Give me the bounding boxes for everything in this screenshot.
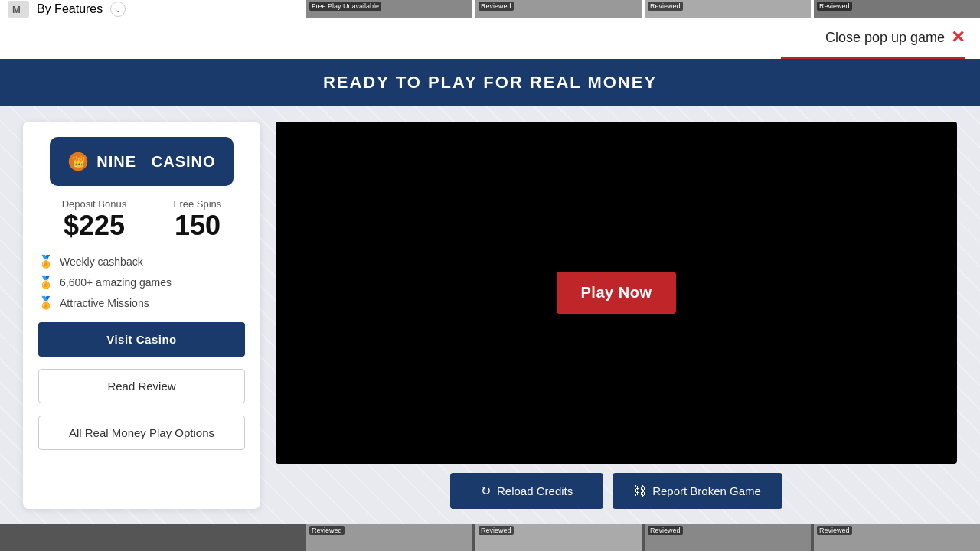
bottom-badge-0: Reviewed: [309, 526, 345, 535]
card-badge-1: Reviewed: [479, 2, 514, 11]
game-actions: ↻ Reload Credits ⛓ Report Broken Game: [276, 473, 957, 509]
free-spins-label: Free Spins: [173, 198, 221, 210]
bg-card-3: Reviewed: [814, 0, 980, 18]
game-area: Play Now ↻ Reload Credits ⛓ Report Broke…: [276, 122, 957, 509]
bg-card-0: Free Play Unavailable: [306, 0, 472, 18]
feature-label-0: Weekly cashback: [60, 256, 143, 268]
feature-label-2: Attractive Missions: [60, 297, 149, 309]
all-options-button[interactable]: All Real Money Play Options: [38, 416, 245, 450]
card-badge-3: Reviewed: [817, 2, 852, 11]
reload-icon: ↻: [481, 484, 491, 498]
svg-text:M: M: [12, 4, 21, 15]
main-content: 👑 NINE CASINO Deposit Bonus $225 Free Sp…: [0, 106, 980, 524]
casino-logo: 👑 NINE CASINO: [50, 137, 234, 186]
bg-bottom-card-1: Reviewed: [475, 524, 642, 551]
deposit-bonus-label: Deposit Bonus: [62, 198, 127, 210]
bottom-badge-3: Reviewed: [817, 526, 852, 535]
feature-icon-2: 🏅: [38, 295, 54, 310]
close-bar: Close pop up game ✕: [0, 18, 980, 57]
reload-label: Reload Credits: [497, 484, 573, 497]
feature-icon-1: 🏅: [38, 275, 54, 289]
feature-icon-0: 🏅: [38, 254, 54, 269]
m-icon: M: [8, 1, 29, 18]
card-badge-0: Free Play Unavailable: [309, 2, 381, 11]
game-display: Play Now: [276, 122, 957, 464]
deposit-bonus-value: $225: [62, 210, 127, 242]
free-spins-section: Free Spins 150: [173, 198, 221, 242]
filter-label: By Features: [37, 2, 103, 16]
feature-item-1: 🏅 6,600+ amazing games: [38, 275, 245, 289]
background-cards-top: Free Play Unavailable Reviewed Reviewed …: [306, 0, 980, 18]
modal-overlay: Close pop up game ✕ READY TO PLAY FOR RE…: [0, 18, 980, 524]
casino-name-part2: CASINO: [152, 153, 216, 170]
casino-name-part1: NINE: [96, 153, 136, 170]
bottom-badge-1: Reviewed: [479, 526, 514, 535]
features-list: 🏅 Weekly cashback 🏅 6,600+ amazing games…: [38, 254, 245, 310]
visit-casino-button[interactable]: Visit Casino: [38, 322, 245, 357]
bonus-row: Deposit Bonus $225 Free Spins 150: [38, 198, 245, 242]
background-cards-bottom: Reviewed Reviewed Reviewed Reviewed: [306, 524, 980, 551]
deposit-bonus-section: Deposit Bonus $225: [62, 198, 127, 242]
header-banner: READY TO PLAY FOR REAL MONEY: [0, 59, 980, 106]
reload-credits-button[interactable]: ↻ Reload Credits: [450, 473, 603, 509]
close-popup-button[interactable]: Close pop up game ✕: [825, 28, 965, 47]
casino-name: NINE CASINO: [96, 153, 215, 171]
play-now-button[interactable]: Play Now: [557, 272, 677, 314]
casino-panel: 👑 NINE CASINO Deposit Bonus $225 Free Sp…: [23, 122, 260, 509]
bg-bottom-card-2: Reviewed: [645, 524, 811, 551]
free-spins-value: 150: [173, 210, 221, 242]
chevron-down-icon[interactable]: ⌄: [110, 2, 126, 17]
report-icon: ⛓: [634, 484, 646, 498]
bottom-badge-2: Reviewed: [648, 526, 683, 535]
header-title: READY TO PLAY FOR REAL MONEY: [323, 73, 657, 92]
read-review-button[interactable]: Read Review: [38, 369, 245, 403]
feature-label-1: 6,600+ amazing games: [60, 276, 172, 289]
report-label: Report Broken Game: [652, 484, 761, 497]
feature-item-2: 🏅 Attractive Missions: [38, 295, 245, 310]
close-x-icon: ✕: [951, 28, 965, 47]
casino-crown-icon: 👑: [67, 151, 89, 172]
bg-bottom-card-0: Reviewed: [306, 524, 472, 551]
feature-item-0: 🏅 Weekly cashback: [38, 254, 245, 269]
bg-card-1: Reviewed: [475, 0, 642, 18]
svg-text:👑: 👑: [72, 155, 86, 168]
bg-bottom-card-3: Reviewed: [814, 524, 980, 551]
card-badge-2: Reviewed: [648, 2, 683, 11]
bg-card-2: Reviewed: [645, 0, 811, 18]
close-popup-label: Close pop up game: [825, 30, 945, 46]
report-broken-game-button[interactable]: ⛓ Report Broken Game: [612, 473, 782, 509]
